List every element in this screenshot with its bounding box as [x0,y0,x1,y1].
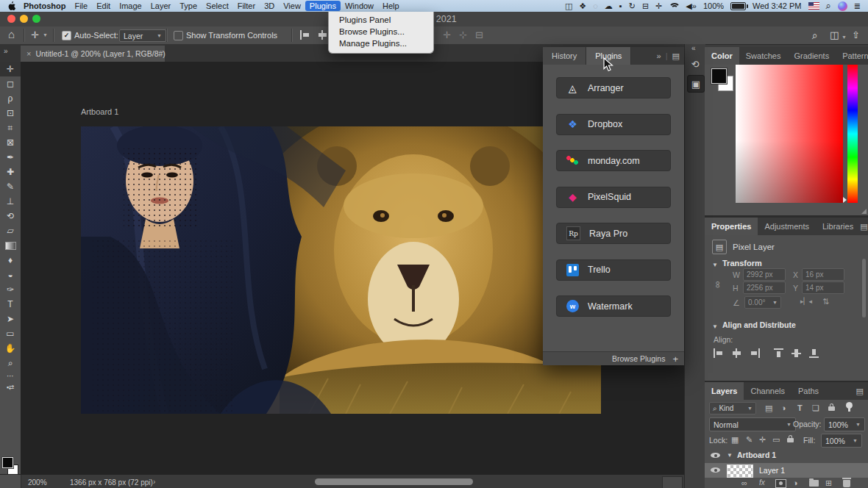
plugin-item[interactable]: w Watermark [556,295,671,317]
lock-transparency-icon[interactable]: ▦ [731,434,739,445]
width-field[interactable]: 2992 px [743,268,786,281]
plugin-item[interactable]: Rp Raya Pro [556,223,671,244]
tab-gradients[interactable]: Gradients [787,47,836,65]
plugin-item[interactable]: monday.com [556,150,671,171]
align-bottom-edges-button[interactable] [809,348,820,358]
camera-status-icon[interactable]: ▪ [619,1,622,11]
filter-type-layers-icon[interactable]: T [797,403,803,413]
document-tab[interactable]: × Untitled-1 @ 200% (Layer 1, RGB/8#) [21,46,165,62]
layer-row-selected[interactable]: Layer 1 [705,463,868,478]
link-layers-icon[interactable]: ∞ [741,478,747,488]
tab-swatches[interactable]: Swatches [739,47,788,65]
type-tool[interactable]: T [0,297,21,312]
move-tool[interactable]: ✛ [0,62,21,76]
plugins-menu-item[interactable]: Manage Plugins... [329,37,433,49]
clone-stamp-tool[interactable]: ⊥ [0,194,21,209]
filter-shape-layers-icon[interactable]: ❏ [812,403,819,413]
status-chevron-icon[interactable]: › [153,478,155,486]
foreground-color-swatch[interactable] [2,457,13,468]
artboard-label[interactable]: Artboard 1 [81,107,118,116]
tab-patterns[interactable]: Patterns [836,47,868,65]
gradient-tool[interactable] [0,238,21,253]
tab-libraries[interactable]: Libraries [816,218,860,235]
panel-menu-icon[interactable]: ▤ [860,222,868,232]
align-left-edges-button[interactable] [300,30,311,40]
tab-history[interactable]: History [543,47,586,65]
align-top-edges-button[interactable] [774,348,785,358]
adjustment-layer-icon[interactable]: ◑ [793,478,798,488]
spotlight-search-icon[interactable]: ⌕ [826,1,831,11]
blend-mode-dropdown[interactable]: Normal▼ [709,417,796,431]
chevron-down-icon[interactable]: ▼ [712,323,718,330]
menubar-item[interactable]: Select [202,1,233,11]
zoom-level-field[interactable]: 200% [28,478,47,487]
shape-tool[interactable]: ▭ [0,326,21,341]
screen-mirroring-icon[interactable]: ◫ [565,1,572,11]
home-icon[interactable]: ⌂ [8,28,15,41]
apple-menu-icon[interactable] [7,1,16,11]
path-selection-tool[interactable]: ➤ [0,312,21,326]
panel-menu-icon[interactable]: ▤ [856,387,868,396]
tab-paths[interactable]: Paths [791,382,825,400]
transform-section-title[interactable]: Transform [722,259,762,268]
hue-slider-marker[interactable] [843,197,847,203]
horizontal-scrollbar[interactable] [315,478,473,485]
delete-layer-icon[interactable] [843,480,850,487]
visibility-eye-icon[interactable] [711,465,720,475]
history-brush-tool[interactable]: ⟲ [0,209,21,223]
share-icon[interactable]: ⇧ [852,29,860,42]
align-left-edges-button[interactable] [714,348,725,358]
hand-tool[interactable]: ✋ [0,341,21,356]
show-transform-checkbox[interactable] [174,31,183,40]
volume-icon[interactable]: ◀» [686,1,697,11]
plugins-panel-icon[interactable]: ▣ [687,75,705,93]
lock-paint-icon[interactable]: ✎ [746,434,753,445]
3d-camera-icon[interactable]: ⊟ [475,29,483,42]
icloud-icon[interactable]: ☁ [605,1,613,11]
plus-icon[interactable]: + [672,354,678,365]
marquee-tool[interactable]: ◻ [0,76,21,91]
dodge-tool[interactable]: ◒ [0,268,21,282]
menubar-item[interactable]: 3D [260,1,279,11]
align-section-title[interactable]: Align and Distribute [722,320,796,329]
close-tab-icon[interactable]: × [26,49,31,58]
link-dimensions-icon[interactable]: ∞ [713,281,724,288]
frame-tool[interactable]: ⊠ [0,135,21,150]
close-window-button[interactable] [7,15,15,23]
saturation-brightness-field[interactable] [736,65,843,203]
move-tool-icon[interactable]: ✛ [31,29,39,42]
lock-artboard-icon[interactable]: ▭ [772,434,780,445]
menubar-item[interactable]: Layer [146,1,176,11]
panel-menu-icon[interactable]: ▤ [672,51,680,61]
filter-smart-objects-icon[interactable] [828,403,835,412]
menubar-item[interactable]: Image [115,1,146,11]
wifi-icon[interactable] [669,2,679,10]
browse-plugins-button[interactable]: Browse Plugins [612,354,665,363]
menubar-item[interactable]: Window [341,1,378,11]
layer-filter-dropdown[interactable]: ⌕ Kind ▼ [709,402,756,415]
flip-horizontal-icon[interactable]: ▸▏◂ [800,298,812,305]
plugin-item[interactable]: ◆ PixelSquid [556,187,671,208]
panel-resize-grip[interactable] [861,209,867,214]
menubar-item[interactable]: Edit [92,1,115,11]
menubar-item[interactable]: Plugins [305,1,341,11]
dropbox-status-icon[interactable]: ❖ [579,1,586,11]
blur-tool[interactable]: ♦ [0,253,21,268]
hue-slider[interactable] [847,65,858,203]
tab-color[interactable]: Color [705,47,739,65]
tab-channels[interactable]: Channels [744,382,791,400]
menubar-item[interactable]: File [70,1,92,11]
eraser-tool[interactable]: ▱ [0,223,21,238]
x-field[interactable]: 16 px [802,268,844,281]
height-field[interactable]: 2256 px [743,281,786,294]
fill-field[interactable]: 100%▼ [821,434,862,448]
input-language-flag-icon[interactable] [808,2,819,10]
menubar-item[interactable]: Photoshop [19,1,70,11]
accessibility-icon[interactable]: ✛ [655,1,662,11]
layer-thumbnail[interactable] [727,464,753,478]
3d-mode-icon[interactable]: ✛ [443,29,451,42]
swap-colors-icon[interactable]: ▪⇄ [0,382,21,392]
y-field[interactable]: 14 px [802,281,844,294]
layer-name[interactable]: Artboard 1 [737,451,776,459]
sync-icon[interactable]: ↻ [629,1,636,11]
